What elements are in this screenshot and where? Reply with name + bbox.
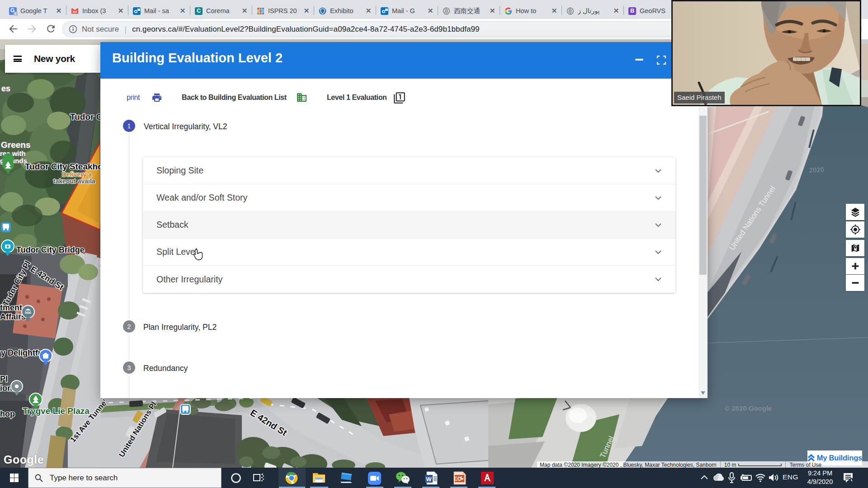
svg-text:Trygve Lie Plaza: Trygve Lie Plaza xyxy=(23,406,90,416)
svg-text:takeout availa: takeout availa xyxy=(53,178,95,185)
svg-text:Greens: Greens xyxy=(1,140,30,150)
svg-text:Delivery a: Delivery a xyxy=(62,171,92,178)
svg-text:y Delightful: y Delightful xyxy=(1,348,45,357)
svg-text:hop: hop xyxy=(0,409,15,418)
svg-text:© 2020 Google: © 2020 Google xyxy=(725,404,772,412)
svg-text:Tudor City Bridge: Tudor City Bridge xyxy=(16,245,85,254)
svg-text:2020: 2020 xyxy=(809,165,824,174)
svg-text:es: es xyxy=(1,84,10,93)
svg-text:Tudor City Steakhou: Tudor City Steakhou xyxy=(25,162,108,171)
svg-text:ion: ion xyxy=(0,384,12,393)
svg-text:Tudor Cl: Tudor Cl xyxy=(70,112,105,122)
svg-text:W: W xyxy=(426,476,432,483)
svg-text:Pl: Pl xyxy=(0,375,8,384)
